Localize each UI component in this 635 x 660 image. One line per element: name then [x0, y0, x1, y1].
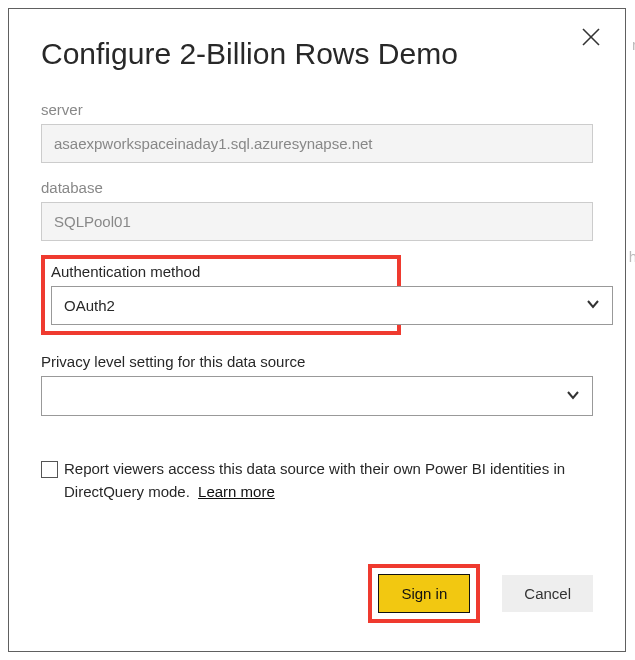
chevron-down-icon [566, 388, 580, 405]
database-input [41, 202, 593, 241]
privacy-label: Privacy level setting for this data sour… [41, 353, 593, 370]
learn-more-link[interactable]: Learn more [198, 483, 275, 500]
database-label: database [41, 179, 593, 196]
signin-highlight: Sign in [368, 564, 480, 623]
sign-in-button[interactable]: Sign in [378, 574, 470, 613]
server-label: server [41, 101, 593, 118]
close-icon[interactable] [581, 27, 601, 51]
configure-dialog: Configure 2-Billion Rows Demo server dat… [8, 8, 626, 652]
chevron-down-icon [586, 297, 600, 314]
viewer-identity-label: Report viewers access this data source w… [64, 460, 565, 500]
dialog-title: Configure 2-Billion Rows Demo [41, 37, 593, 71]
viewer-identity-text: Report viewers access this data source w… [64, 458, 593, 503]
auth-highlight: Authentication method OAuth2 [41, 255, 401, 335]
viewer-identity-checkbox[interactable] [41, 461, 58, 478]
cancel-button[interactable]: Cancel [502, 575, 593, 612]
auth-method-label: Authentication method [51, 263, 391, 280]
privacy-select[interactable] [41, 376, 593, 416]
auth-method-select[interactable]: OAuth2 [51, 286, 613, 325]
server-input [41, 124, 593, 163]
auth-method-value: OAuth2 [64, 297, 115, 314]
